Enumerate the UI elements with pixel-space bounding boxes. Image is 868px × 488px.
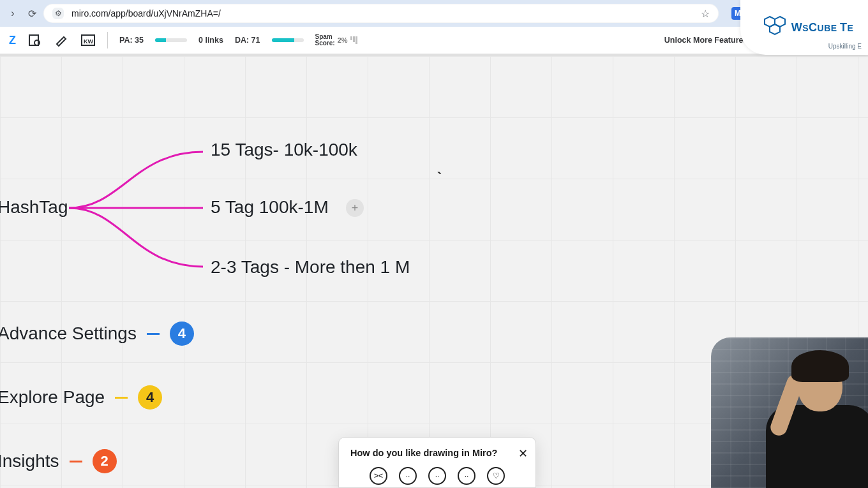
mozbar-toolbar: Z KW PA: 35 0 links DA: 71 Spam Score: 2…	[0, 27, 868, 56]
da-meter	[272, 38, 304, 42]
divider	[107, 32, 108, 48]
add-child-button[interactable]: +	[346, 199, 364, 217]
row-label: Advance Settings	[0, 323, 137, 344]
highlighter-icon[interactable]	[54, 33, 69, 48]
close-icon[interactable]: ✕	[518, 447, 528, 461]
row-insights[interactable]: Insights 2	[0, 449, 117, 473]
da-label: DA: 71	[235, 36, 260, 45]
row-label: Insights	[0, 451, 59, 471]
browser-address-bar: › ⟳ ⚙ miro.com/app/board/uXjVNrAmZHA=/ ☆…	[0, 0, 868, 27]
url-bar[interactable]: ⚙ miro.com/app/board/uXjVNrAmZHA=/ ☆	[43, 4, 719, 23]
connector-line	[70, 461, 82, 462]
forward-button[interactable]: ›	[5, 6, 20, 21]
spam-label: Spam Score:	[315, 34, 335, 47]
count-badge: 4	[170, 322, 194, 346]
spam-histogram-icon	[350, 36, 357, 44]
page-analysis-icon[interactable]	[27, 33, 42, 48]
refresh-button[interactable]: ⟳	[24, 6, 40, 21]
feedback-face[interactable]: ><	[370, 467, 387, 485]
spam-value: 2%	[338, 36, 348, 44]
feedback-face[interactable]: ··	[428, 467, 446, 485]
miro-canvas[interactable]: HashTag 15 Tags- 10k-100k 5 Tag 100k-1M …	[0, 56, 868, 488]
connector-line	[115, 397, 128, 399]
feedback-face[interactable]: ··	[399, 467, 417, 485]
presenter-webcam	[711, 337, 868, 488]
feedback-face[interactable]: ··	[458, 467, 475, 485]
row-label: Explore Page	[0, 387, 105, 408]
row-explore-page[interactable]: Explore Page 4	[0, 385, 162, 410]
wscube-logo-icon	[764, 15, 788, 40]
connector-line	[147, 333, 160, 335]
pa-meter	[155, 38, 187, 42]
pa-label: PA: 35	[119, 36, 144, 45]
bookmark-star-icon[interactable]: ☆	[701, 8, 710, 20]
svg-marker-6	[770, 24, 780, 34]
count-badge: 4	[138, 385, 162, 410]
mindmap-child-1[interactable]: 15 Tags- 10k-100k	[211, 140, 357, 160]
mindmap-child-3[interactable]: 2-3 Tags - More then 1 M	[211, 258, 410, 277]
refresh-icon: ⟳	[28, 8, 36, 20]
url-text: miro.com/app/board/uXjVNrAmZHA=/	[71, 8, 696, 18]
keyword-icon[interactable]: KW	[80, 33, 96, 48]
count-badge: 2	[93, 449, 117, 473]
svg-text:KW: KW	[84, 38, 93, 45]
stray-mark: `	[437, 170, 442, 186]
feedback-face[interactable]: ♡	[487, 467, 505, 485]
wscube-tagline: Upskilling E	[828, 43, 862, 50]
feedback-question: How do you like drawing in Miro?	[350, 448, 524, 458]
links-label: 0 links	[198, 36, 223, 45]
mindmap-root[interactable]: HashTag	[0, 198, 68, 218]
moz-logo: Z	[9, 34, 15, 47]
site-settings-icon[interactable]: ⚙	[52, 8, 64, 19]
feedback-popup: How do you like drawing in Miro? ✕ ><···…	[338, 437, 536, 488]
wscube-watermark: WSCUBE TE Upskilling E	[740, 0, 868, 55]
mindmap-child-2[interactable]: 5 Tag 100k-1M	[211, 198, 329, 218]
feedback-faces: ><······♡	[350, 467, 524, 485]
row-advance-settings[interactable]: Advance Settings 4	[0, 322, 194, 346]
chevron-right-icon: ›	[11, 8, 14, 19]
